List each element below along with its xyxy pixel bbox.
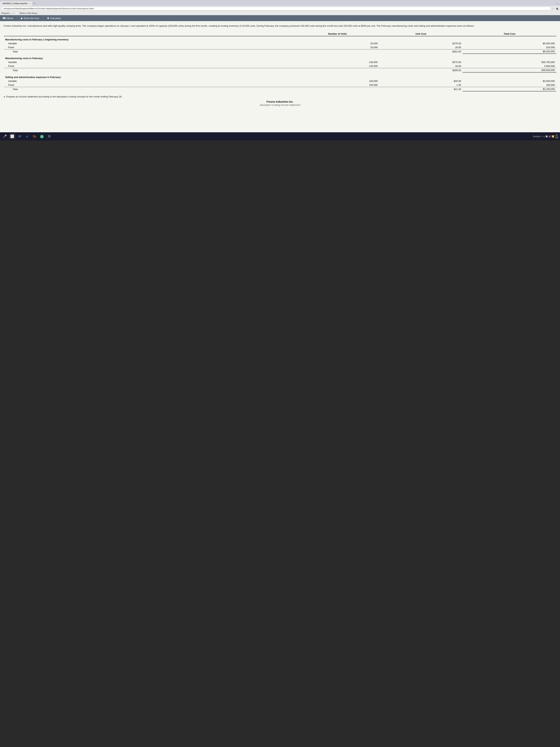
browser-chrome: eNOWv2 | Online teachin × + — ☆ 🔌 Requie… [0,0,560,15]
statement-title: Absorption Costing Income Statement [4,104,556,106]
address-bar: ☆ 🔌 [0,6,560,11]
taskbar: 🎤 ⬜ ✉ ℯ 🛍 ⬤ ⚙ Desktop » ∧ 🔲 🔊 📶 12: 3/2 [0,132,560,140]
row-label: Variable [4,60,296,64]
row-unit-cost: $305.00 [379,68,462,73]
section-header-row: Manufacturing costs in February: [4,55,556,60]
col-label-header [4,32,296,36]
row-units: 130,000 [296,60,379,64]
app-toolbar: 📖 eBook ▶ Show Me How 🖩 Calculator [0,15,560,21]
row-unit-cost: 1.30 [379,83,462,87]
total-row: Total$301.00$6,020,000 [4,49,556,54]
data-row: Fixed20,00026.00520,000 [4,45,556,49]
section-header-row: Selling and administrative expenses in F… [4,74,556,79]
row-unit-cost: $275.00 [379,42,462,45]
minimize-button[interactable]: — [555,1,560,6]
row-unit-cost: $301.00 [379,49,462,54]
active-tab[interactable]: eNOWv2 | Online teachin × [0,1,32,6]
row-total-cost: $35,750,000 [462,60,556,64]
tab-bar: eNOWv2 | Online teachin × + — [0,0,560,6]
spacer-row [4,54,556,55]
section-header-label: Manufacturing costs in February: [4,55,556,60]
total-row: Total$21.30$3,195,000 [4,87,556,91]
row-total-cost: $3,195,000 [462,87,556,91]
row-total-cost: $3,000,000 [462,79,556,83]
row-units: 130,000 [296,64,379,68]
col-total-cost-header: Total Cost [462,32,556,36]
desktop-label: Desktop [533,135,540,137]
row-unit-cost: 26.00 [379,45,462,49]
row-total-cost: 520,000 [462,45,556,49]
row-label: Fixed [4,64,296,68]
row-units [296,49,379,54]
taskbar-right: Desktop » ∧ 🔲 🔊 📶 12: 3/2 [533,134,558,138]
calculator-label: Calculator [50,17,61,20]
data-row: Variable130,000$275.00$35,750,000 [4,60,556,64]
tab-close-button[interactable]: × [28,2,30,5]
settings-icon[interactable]: ⚙ [46,133,52,139]
tab-label: eNOWv2 | Online teachin [2,2,27,5]
row-units: 20,000 [296,45,379,49]
col-unit-cost-header: Unit Cost [379,32,462,36]
bookmark-britten[interactable]: Britten's War Requi... [20,12,39,14]
row-total-cost: $5,500,000 [462,42,556,45]
window-icon[interactable]: ⬜ [9,133,15,139]
row-units [296,68,379,73]
col-units-header: Number of Units [296,32,379,36]
calculator-button[interactable]: 🖩 Calculator [46,16,62,20]
show-me-how-label: Show Me How [24,17,39,20]
row-label: Variable [4,42,296,45]
row-total-cost: $6,020,000 [462,49,556,54]
bookmark-britten-icon: 📄 [16,12,18,15]
section-header-row: Manufacturing costs in February 1 beginn… [4,36,556,42]
row-units: 20,000 [296,42,379,45]
chrome-icon[interactable]: ⬤ [39,133,45,139]
section-header-label: Manufacturing costs in February 1 beginn… [4,36,556,42]
problem-text: Fresno Industries Inc. manufactures and … [4,24,556,28]
bookmark-requiem[interactable]: Requiem:... [1,12,12,14]
data-row: Variable20,000$275.00$5,500,000 [4,42,556,45]
spacer-row [4,73,556,74]
bookmarks-bar: Requiem:... | 📄 Britten's War Requi... [0,11,560,15]
taskbar-clock: 12: 3/2 [555,134,558,138]
row-units: 150,000 [296,79,379,83]
system-icons: » ∧ 🔲 🔊 📶 [541,135,554,138]
row-unit-cost: $275.00 [379,60,462,64]
question-a-label: a. Prepare an income statement according… [4,95,556,98]
row-label: Total [4,49,296,54]
show-me-how-button[interactable]: ▶ Show Me How [20,16,40,20]
data-row: Variable150,000$20.00$3,000,000 [4,79,556,83]
ebook-icon: 📖 [3,17,6,20]
ebook-button[interactable]: 📖 eBook [2,16,14,20]
row-label: Total [4,68,296,73]
toolbar-divider-1 [17,16,17,20]
row-units: 150,000 [296,83,379,87]
edge-icon[interactable]: ℯ [24,133,30,139]
row-unit-cost: $21.30 [379,87,462,91]
mail-icon[interactable]: ✉ [17,133,23,139]
clock-time: 12: [555,134,558,136]
content-area: Fresno Industries Inc. manufactures and … [0,21,560,132]
row-total-cost: 195,000 [462,83,556,87]
row-total-cost: $39,650,000 [462,68,556,73]
row-unit-cost: $20.00 [379,79,462,83]
row-unit-cost: 30.00 [379,64,462,68]
toolbar-divider-2 [43,16,43,20]
data-row: Fixed130,00030.003,900,000 [4,64,556,68]
row-label: Fixed [4,45,296,49]
store-icon[interactable]: 🛍 [31,133,37,139]
ebook-label: eBook [6,17,14,20]
section-header-label: Selling and administrative expenses in F… [4,74,556,79]
microphone-icon[interactable]: 🎤 [2,133,8,139]
row-total-cost: 3,900,000 [462,64,556,68]
bookmark-star-icon[interactable]: ☆ [552,7,554,10]
row-label: Variable [4,79,296,83]
company-name: Fresno Industries Inc. [4,100,556,103]
address-input[interactable] [1,7,551,10]
calculator-icon: 🖩 [47,17,49,20]
extension-icon: 🔌 [555,7,559,10]
row-label: Total [4,87,296,91]
row-label: Fixed [4,83,296,87]
data-row: Fixed150,0001.30195,000 [4,83,556,87]
new-tab-button[interactable]: + [32,1,37,6]
row-units [296,87,379,91]
